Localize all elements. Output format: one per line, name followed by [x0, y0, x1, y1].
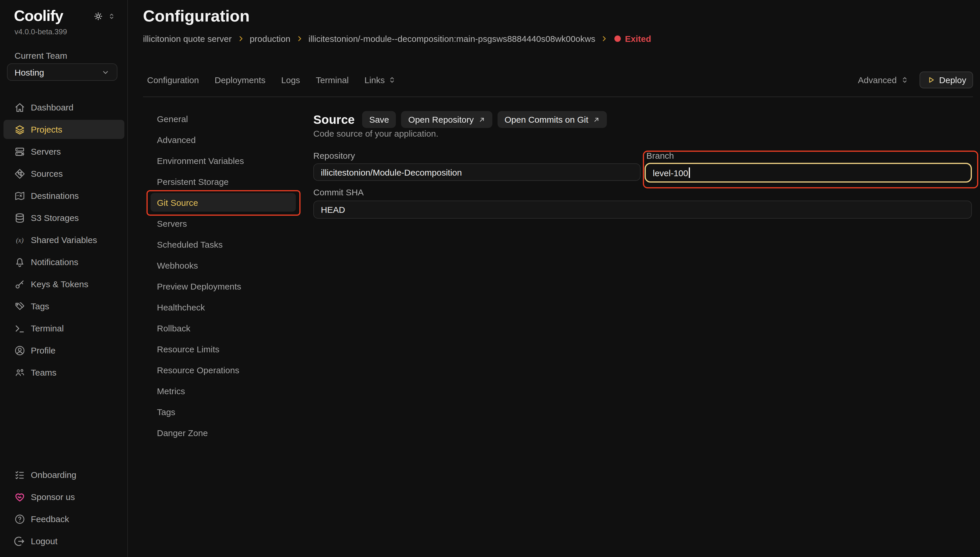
tab-terminal[interactable]: Terminal — [316, 75, 349, 85]
repository-input[interactable]: illicitestonion/Module-Decomposition — [313, 163, 640, 181]
subnav-item-metrics[interactable]: Metrics — [151, 381, 296, 400]
sidebar-item-s3-storages[interactable]: S3 Storages — [3, 208, 124, 227]
subnav-item-git-source[interactable]: Git Source — [151, 193, 296, 212]
subnav-item-general[interactable]: General — [151, 109, 296, 128]
screenshot-viewport: Coolify v4.0.0-beta.399 Current Team Hos… — [0, 0, 980, 557]
branch-input[interactable]: level-100 — [645, 163, 972, 182]
current-team-label: Current Team — [15, 50, 67, 60]
sidebar-item-projects[interactable]: Projects — [3, 120, 124, 139]
sidebar-item-label: Projects — [31, 124, 62, 134]
subnav-item-scheduled-tasks[interactable]: Scheduled Tasks — [151, 235, 296, 254]
sidebar-item-label: Teams — [31, 368, 56, 377]
sidebar-item-label: Sponsor us — [31, 492, 75, 502]
external-link-icon — [593, 116, 600, 123]
team-select[interactable]: Hosting — [7, 64, 117, 81]
chevron-right-icon — [600, 34, 608, 42]
git-source-icon — [14, 168, 26, 179]
terminal-icon — [14, 322, 26, 334]
open-commits-button[interactable]: Open Commits on Git — [497, 111, 607, 128]
users-icon — [14, 366, 26, 378]
map-icon — [14, 190, 26, 202]
sidebar-item-feedback[interactable]: Feedback — [3, 509, 124, 529]
subnav-item-resource-limits[interactable]: Resource Limits — [151, 340, 296, 358]
sidebar-item-sponsor-us[interactable]: Sponsor us — [3, 487, 124, 507]
sidebar-item-label: Shared Variables — [31, 235, 97, 245]
save-button[interactable]: Save — [362, 111, 396, 128]
config-subnav: General Advanced Environment Variables P… — [151, 109, 296, 442]
sidebar-item-label: Logout — [31, 536, 57, 546]
play-icon — [926, 76, 935, 84]
subnav-item-servers[interactable]: Servers — [151, 214, 296, 233]
sidebar-item-shared-variables[interactable]: (x) Shared Variables — [3, 230, 124, 249]
subnav-item-resource-operations[interactable]: Resource Operations — [151, 360, 296, 379]
subnav-item-advanced[interactable]: Advanced — [151, 130, 296, 149]
status-dot-icon — [614, 35, 621, 42]
sun-icon — [93, 11, 104, 21]
source-header-row: Source Save Open Repository Open Commits… — [313, 111, 607, 128]
sidebar-item-terminal[interactable]: Terminal — [3, 319, 124, 338]
sidebar-item-teams[interactable]: Teams — [3, 363, 124, 382]
chevron-right-icon — [296, 34, 303, 42]
tab-logs[interactable]: Logs — [281, 75, 300, 85]
sidebar-item-keys-tokens[interactable]: Keys & Tokens — [3, 274, 124, 294]
user-circle-icon — [14, 345, 26, 356]
breadcrumb-application[interactable]: illicitestonion/-module--decomposition:m… — [308, 33, 595, 43]
subnav-item-webhooks[interactable]: Webhooks — [151, 256, 296, 274]
subnav-item-danger-zone[interactable]: Danger Zone — [151, 423, 296, 442]
subnav-item-environment-variables[interactable]: Environment Variables — [151, 151, 296, 170]
sidebar-item-label: Dashboard — [31, 102, 73, 112]
subnav-item-healthcheck[interactable]: Healthcheck — [151, 298, 296, 316]
tab-deployments[interactable]: Deployments — [215, 75, 265, 85]
help-circle-icon — [14, 513, 26, 525]
commit-sha-input[interactable]: HEAD — [313, 200, 972, 218]
branch-value: level-100 — [653, 168, 688, 178]
text-caret — [689, 168, 690, 178]
logout-icon — [14, 535, 26, 547]
sidebar-item-dashboard[interactable]: Dashboard — [3, 98, 124, 117]
deploy-label: Deploy — [939, 75, 966, 85]
sidebar-item-label: Servers — [31, 147, 61, 156]
sidebar-item-tags[interactable]: Tags — [3, 296, 124, 316]
svg-text:(x): (x) — [16, 236, 24, 244]
subnav-item-tags[interactable]: Tags — [151, 402, 296, 421]
key-icon — [14, 278, 26, 290]
tab-links-label: Links — [364, 75, 385, 85]
sidebar-item-label: Profile — [31, 345, 55, 355]
tab-bar: Configuration Deployments Logs Terminal … — [147, 72, 397, 88]
sidebar-item-label: Feedback — [31, 514, 69, 524]
sidebar-item-logout[interactable]: Logout — [3, 531, 124, 550]
sidebar-nav: Dashboard Projects Servers Sources — [3, 98, 124, 382]
heart-hands-icon — [14, 491, 26, 503]
theme-toggle-button[interactable] — [93, 11, 104, 21]
tab-configuration[interactable]: Configuration — [147, 75, 199, 85]
home-icon — [14, 101, 26, 113]
tab-links[interactable]: Links — [364, 75, 397, 85]
deploy-button[interactable]: Deploy — [920, 72, 973, 88]
open-repository-button[interactable]: Open Repository — [401, 111, 492, 128]
sidebar-item-onboarding[interactable]: Onboarding — [3, 465, 124, 484]
sidebar-item-label: Notifications — [31, 257, 78, 267]
breadcrumb-environment[interactable]: production — [250, 33, 290, 43]
sidebar-item-profile[interactable]: Profile — [3, 341, 124, 360]
external-link-icon — [478, 116, 485, 123]
server-icon — [14, 146, 26, 157]
breadcrumb-project[interactable]: illicitonion quote server — [143, 33, 232, 43]
coolify-app: Coolify v4.0.0-beta.399 Current Team Hos… — [0, 0, 980, 557]
layers-icon — [14, 124, 26, 135]
sidebar-item-notifications[interactable]: Notifications — [3, 252, 124, 272]
sidebar-item-sources[interactable]: Sources — [3, 164, 124, 183]
variable-icon: (x) — [14, 234, 26, 246]
repository-label: Repository — [313, 151, 355, 160]
sidebar-item-label: Keys & Tokens — [31, 279, 88, 289]
chevron-right-icon — [237, 34, 244, 42]
subnav-item-preview-deployments[interactable]: Preview Deployments — [151, 277, 296, 295]
theme-mode-select[interactable] — [107, 12, 116, 20]
subnav-item-rollback[interactable]: Rollback — [151, 319, 296, 337]
chevron-up-down-icon — [900, 76, 909, 84]
subnav-item-persistent-storage[interactable]: Persistent Storage — [151, 172, 296, 191]
sidebar-item-servers[interactable]: Servers — [3, 142, 124, 161]
sidebar-footer-nav: Onboarding Sponsor us Feedback Logout — [3, 465, 124, 550]
advanced-select[interactable]: Advanced — [858, 72, 909, 88]
chevron-down-icon — [101, 68, 110, 77]
sidebar-item-destinations[interactable]: Destinations — [3, 186, 124, 205]
